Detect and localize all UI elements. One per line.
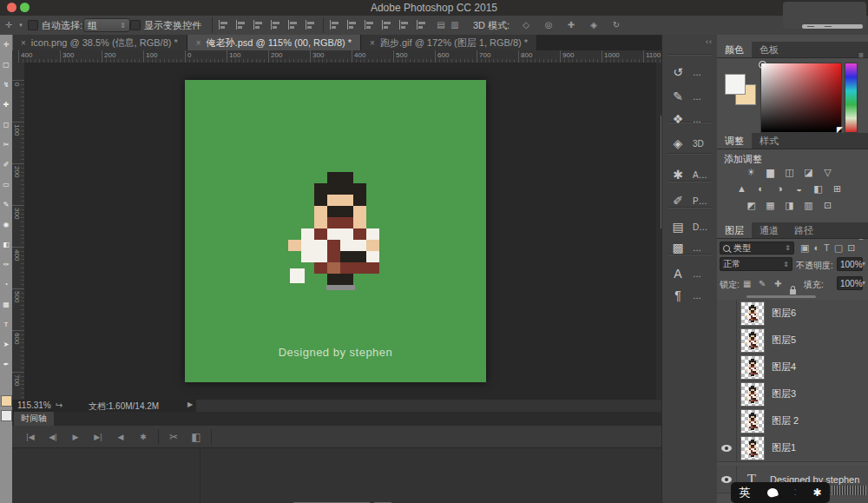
close-tab-icon[interactable]: × bbox=[196, 38, 201, 48]
split-at-playhead-icon[interactable]: ✂ bbox=[162, 431, 185, 443]
layer-row-4[interactable]: 图层 2 bbox=[717, 407, 868, 435]
dist-middle-icon[interactable] bbox=[347, 20, 358, 30]
tool-icon-8[interactable]: ✎ bbox=[0, 195, 12, 215]
zoom-level[interactable]: 115.31% bbox=[17, 400, 51, 410]
clone-source-panel[interactable]: ▩… bbox=[662, 236, 718, 259]
dock-collapse-icon[interactable]: ‹‹ bbox=[706, 37, 713, 46]
notes-panel[interactable]: ▤D… bbox=[662, 215, 718, 238]
align-top-icon[interactable] bbox=[271, 20, 281, 30]
layers-scrollbar-thumb[interactable] bbox=[746, 295, 816, 298]
show-transform-checkbox[interactable] bbox=[130, 20, 141, 30]
go-to-first-frame-icon[interactable]: |◀ bbox=[19, 433, 42, 441]
layer-visibility-toggle[interactable] bbox=[717, 327, 737, 354]
auto-align-icon-1[interactable]: ▥ bbox=[448, 16, 462, 35]
auto-align-icon-0[interactable]: ▤ bbox=[434, 16, 448, 35]
layer-thumbnail[interactable] bbox=[740, 328, 765, 353]
previous-frame-icon[interactable]: ◀| bbox=[42, 433, 64, 441]
layer-thumbnail[interactable] bbox=[740, 301, 765, 326]
history-panel[interactable]: ↺… bbox=[662, 61, 718, 83]
lock-transparency-icon[interactable]: ▦ bbox=[743, 279, 751, 288]
audio-mute-icon[interactable]: ◀ bbox=[109, 433, 132, 441]
adjustment-hue-saturation-icon[interactable]: ▲ bbox=[735, 183, 748, 195]
adjustment-color-balance-icon[interactable]: ◐ bbox=[754, 183, 767, 195]
adjustment-invert-icon[interactable]: ◩ bbox=[745, 200, 758, 211]
lock-all-icon[interactable] bbox=[790, 289, 796, 295]
vertical-ruler[interactable]: 0100200300400500600700 bbox=[12, 63, 25, 400]
blend-mode-dropdown[interactable]: 正常 ⇕ bbox=[720, 257, 792, 271]
filter-type-layers-icon[interactable]: T bbox=[824, 242, 830, 255]
adjustment-color-lookup-icon[interactable]: ⊞ bbox=[831, 183, 844, 195]
layer-visibility-toggle[interactable] bbox=[717, 300, 737, 327]
tab-color[interactable]: 颜色 bbox=[717, 42, 752, 57]
layer-filter-dropdown[interactable]: 类型 ⇕ bbox=[720, 242, 794, 255]
tool-icon-12[interactable]: ◔ bbox=[0, 275, 12, 295]
tab-styles[interactable]: 样式 bbox=[752, 133, 786, 149]
tab-adjustments[interactable]: 调整 bbox=[717, 133, 752, 149]
3d-mode-icon-1[interactable]: ◎ bbox=[542, 16, 556, 35]
align-middle-icon[interactable] bbox=[288, 20, 299, 30]
adjustment-curves-icon[interactable]: ◫ bbox=[783, 167, 796, 178]
3d-panel[interactable]: ◈3D bbox=[662, 132, 718, 155]
dist-top-icon[interactable] bbox=[330, 20, 340, 30]
actions-panel[interactable]: ✱A… bbox=[662, 163, 718, 186]
layer-name[interactable]: 图层4 bbox=[772, 361, 796, 374]
filter-smart-objects-icon[interactable]: ⊡ bbox=[847, 242, 855, 255]
layer-visibility-toggle[interactable] bbox=[717, 407, 737, 434]
tool-icon-11[interactable]: ✑ bbox=[0, 255, 12, 275]
adjustment-vibrance-icon[interactable]: ▽ bbox=[821, 167, 834, 178]
adjustment-photo-filter-icon[interactable]: ◒ bbox=[792, 183, 806, 195]
dist-right-icon[interactable] bbox=[417, 20, 427, 30]
layer-row-2[interactable]: 图层4 bbox=[717, 354, 868, 381]
align-right-icon[interactable] bbox=[253, 20, 264, 30]
layer-thumbnail[interactable] bbox=[740, 436, 765, 460]
tool-icon-5[interactable]: ✂ bbox=[0, 135, 12, 155]
layer-thumbnail[interactable] bbox=[740, 409, 765, 434]
adjustment-posterize-icon[interactable]: ▦ bbox=[764, 200, 777, 211]
filter-shape-layers-icon[interactable]: ▢ bbox=[834, 242, 843, 255]
layer-name[interactable]: 图层3 bbox=[772, 387, 796, 400]
layer-visibility-toggle[interactable] bbox=[717, 434, 737, 461]
3d-mode-icon-0[interactable]: ◇ bbox=[519, 16, 533, 35]
tool-icon-15[interactable]: ➤ bbox=[0, 334, 12, 354]
lock-position-icon[interactable]: ✚ bbox=[774, 279, 781, 288]
fill-dropdown-icon[interactable]: ▾ bbox=[862, 279, 865, 287]
opacity-dropdown-icon[interactable]: ▾ bbox=[862, 260, 865, 268]
brush-panel[interactable]: ✎… bbox=[662, 85, 718, 108]
document-tab-1[interactable]: ×俺老孙.psd @ 115% (00, RGB/8) * bbox=[187, 35, 361, 50]
layer-name[interactable]: 图层 2 bbox=[772, 414, 799, 427]
close-window-button[interactable] bbox=[7, 3, 16, 12]
layer-row-1[interactable]: 图层5 bbox=[717, 327, 868, 354]
adjustment-black-white-icon[interactable]: ◑ bbox=[773, 183, 786, 195]
lock-paint-icon[interactable]: ✎ bbox=[759, 279, 766, 288]
layer-thumbnail[interactable] bbox=[740, 382, 765, 407]
auto-select-dropdown[interactable]: 组 ⇕ bbox=[83, 18, 130, 32]
next-frame-icon[interactable]: ▶| bbox=[87, 433, 109, 441]
tool-icon-9[interactable]: ◉ bbox=[0, 215, 12, 235]
document-tab-0[interactable]: ×icon.png @ 38.5% (信息, RGB/8) * bbox=[12, 35, 187, 50]
tool-icon-6[interactable]: ✐ bbox=[0, 155, 12, 175]
transition-icon[interactable]: ◧ bbox=[185, 431, 207, 443]
canvas-workspace[interactable]: Designed by stephen bbox=[24, 63, 656, 400]
tab-layers[interactable]: 图层 bbox=[717, 222, 752, 238]
hue-ramp[interactable] bbox=[845, 63, 858, 133]
tool-preset-arrow-icon[interactable]: ▾ bbox=[14, 16, 28, 35]
layer-visibility-toggle[interactable] bbox=[717, 381, 737, 407]
layer-name[interactable]: 图层5 bbox=[772, 334, 796, 347]
layer-name[interactable]: 图层1 bbox=[772, 441, 796, 454]
dist-center-icon[interactable] bbox=[399, 20, 410, 30]
tool-icon-7[interactable]: ▭ bbox=[0, 175, 12, 195]
tab-channels[interactable]: 通道 bbox=[752, 222, 786, 238]
paragraph-panel[interactable]: ¶… bbox=[662, 284, 718, 307]
panel-menu-icon[interactable]: ≡ bbox=[858, 50, 864, 60]
document-tab-2[interactable]: ×跑步.gif @ 172% (图层 1, RGB/8) * bbox=[361, 35, 537, 50]
filter-adjustment-layers-icon[interactable]: ◐ bbox=[813, 242, 819, 255]
zoom-window-button[interactable] bbox=[20, 3, 30, 12]
adjustment-brightness-contrast-icon[interactable]: ☀ bbox=[745, 167, 758, 178]
3d-mode-icon-2[interactable]: ✚ bbox=[564, 16, 578, 35]
tool-icon-13[interactable]: ▦ bbox=[0, 295, 12, 314]
color-saturation-field[interactable] bbox=[760, 63, 842, 133]
toolbox-foreground-swatch[interactable] bbox=[1, 395, 12, 407]
tool-icon-2[interactable]: ↯ bbox=[0, 75, 12, 95]
adjustment-selective-color-icon[interactable]: ⊡ bbox=[821, 200, 834, 211]
tool-icon-3[interactable]: ✚ bbox=[0, 95, 12, 115]
